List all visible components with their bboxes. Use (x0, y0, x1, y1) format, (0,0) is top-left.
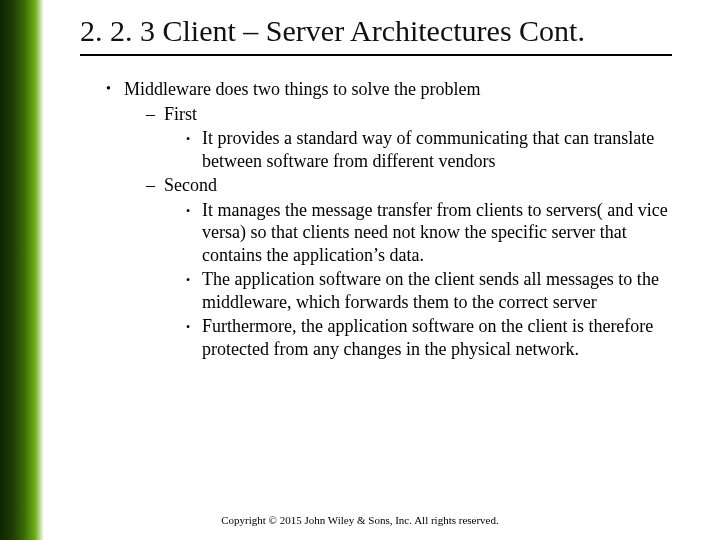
bullet-second-label: Second (164, 175, 217, 195)
bullet-second-item-0-text: It manages the message transfer from cli… (202, 200, 668, 265)
bullet-first-label: First (164, 104, 197, 124)
title-underline (80, 54, 672, 56)
bullet-second-item-1: The application software on the client s… (186, 268, 676, 313)
bullet-first-item-0-text: It provides a standard way of communicat… (202, 128, 654, 171)
bullet-first-item-0: It provides a standard way of communicat… (186, 127, 676, 172)
bullet-second-item-0: It manages the message transfer from cli… (186, 199, 676, 267)
bullet-top: Middleware does two things to solve the … (106, 78, 676, 360)
decorative-sidebar (0, 0, 44, 540)
slide: 2. 2. 3 Client – Server Architectures Co… (0, 0, 720, 540)
bullet-second-item-1-text: The application software on the client s… (202, 269, 659, 312)
bullet-first: First It provides a standard way of comm… (146, 103, 676, 173)
bullet-second-item-2: Furthermore, the application software on… (186, 315, 676, 360)
slide-title: 2. 2. 3 Client – Server Architectures Co… (80, 14, 585, 48)
bullet-second: Second It manages the message transfer f… (146, 174, 676, 360)
copyright-footer: Copyright © 2015 John Wiley & Sons, Inc.… (0, 514, 720, 526)
slide-body: Middleware does two things to solve the … (106, 78, 676, 362)
bullet-top-text: Middleware does two things to solve the … (124, 79, 480, 99)
bullet-second-item-2-text: Furthermore, the application software on… (202, 316, 653, 359)
